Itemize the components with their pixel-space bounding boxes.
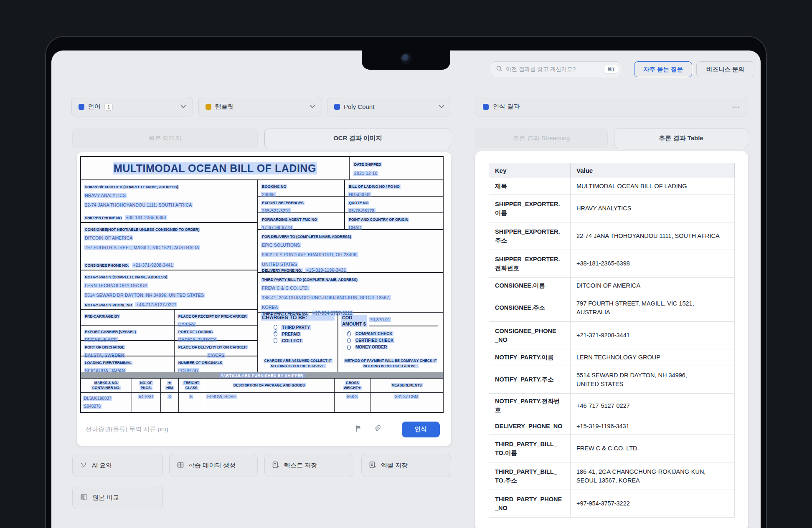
doc-col-header: MEASUREMENTS bbox=[391, 383, 423, 387]
doc-particulars-bar: PARTICULARS FURNISHED BY SHIPPER bbox=[81, 372, 443, 378]
doc-field-label: BILL OF LADING NO / PO NO bbox=[348, 184, 401, 189]
save-excel-button[interactable]: 엑셀 저장 bbox=[361, 454, 451, 477]
training-data-label: 학습 데이터 생성 bbox=[188, 462, 236, 470]
result-table-header-row: Key Value bbox=[489, 163, 735, 178]
text-download-icon bbox=[272, 461, 279, 470]
tab-inference-streaming[interactable]: 추론 결과 Streaming bbox=[475, 129, 608, 148]
doc-field-label: BOOKING NO bbox=[261, 184, 287, 189]
doc-field-value: UNITED STATES bbox=[261, 262, 298, 267]
value-cell: 5514 SEWARD DR DAYTON, NH 34996, UNITED … bbox=[571, 366, 735, 394]
doc-forwarding-row: FORWARDING AGENT FMC NO17-67-99-9778 POI… bbox=[258, 213, 443, 230]
template-label: 탬플릿 bbox=[215, 103, 234, 111]
doc-option: PREPAID bbox=[274, 331, 335, 336]
radio-icon bbox=[274, 338, 277, 343]
compare-original-button[interactable]: 원본 비교 bbox=[72, 486, 163, 509]
doc-cell: 381.37 CBM bbox=[394, 394, 419, 399]
business-contact-button[interactable]: 비즈니스 문의 bbox=[696, 61, 754, 77]
doc-field-value: 797 FOURTH STREET, MAGILL, VIC 1521, AUS… bbox=[84, 245, 200, 250]
poly-count-label: Poly Count bbox=[344, 103, 374, 110]
chevron-down-icon bbox=[181, 105, 186, 109]
document-preview[interactable]: MULTIMODAL OCEAN BILL OF LADING DATE SHI… bbox=[80, 156, 444, 413]
device-bezel: 이전 결과를 찾고 계신가요? ⌘T 자주 묻는 질문 비즈니스 문의 언어 1… bbox=[45, 36, 767, 528]
recognize-button[interactable]: 인식 bbox=[402, 422, 440, 437]
doc-particulars-text: PARTICULARS FURNISHED BY SHIPPER bbox=[219, 373, 305, 378]
doc-field-value: KOREA bbox=[261, 305, 279, 310]
compare-book-icon bbox=[80, 494, 88, 502]
value-cell: 797 FOURTH STREET, MAGILL, VIC 1521, AUS… bbox=[571, 294, 735, 322]
payment-options: COMPANY CHECKCERTIFIED CHECKMONEY ORDER bbox=[347, 331, 440, 350]
doc-goods-header-row: MARKS & NO. CONTAINER NO.NO. OF PKGS.★ H… bbox=[81, 379, 443, 393]
doc-field-label: PORT OF LOADING bbox=[178, 330, 214, 334]
save-text-button[interactable]: 텍스트 저장 bbox=[264, 454, 353, 477]
doc-field-label: PORT OF DISCHARGE bbox=[84, 345, 125, 349]
key-cell: SHIPPER_EXPORTER. 전화번호 bbox=[489, 250, 571, 278]
tab-ocr-result-image[interactable]: OCR 결과 이미지 bbox=[264, 129, 451, 148]
tab-original-image[interactable]: 원본 이미지 bbox=[72, 129, 258, 148]
language-dropdown[interactable]: 언어 1 bbox=[71, 97, 193, 116]
key-cell: THIRD_PARTY_BILL_ TO.주소 bbox=[489, 462, 571, 490]
doc-charges-note: CHARGES ARE ASSUMED COLLECT IF NOTHING I… bbox=[264, 359, 332, 368]
doc-title-row: MULTIMODAL OCEAN BILL OF LADING DATE SHI… bbox=[81, 157, 443, 180]
doc-title: MULTIMODAL OCEAN BILL OF LADING bbox=[113, 162, 317, 174]
value-cell: 186-41, 2GA CHANGCHUNG-ROKIJANG-KUN, SEO… bbox=[571, 462, 735, 490]
key-cell: NOTIFY_PARTY.이름 bbox=[489, 349, 571, 366]
doc-third-party-box: THIRD PARTY BILL TO (COMPLETE NAME, ADDR… bbox=[258, 273, 443, 313]
faq-button[interactable]: 자주 묻는 질문 bbox=[634, 61, 692, 77]
doc-option-label: CERTIFIED CHECK bbox=[355, 338, 394, 343]
table-row: NOTIFY_PARTY.전화번호+46-717-5127-0227 bbox=[489, 394, 735, 418]
doc-booking-row: BOOKING NO29965 BILL OF LADING NO / PO N… bbox=[258, 180, 443, 197]
attachment-icon[interactable] bbox=[373, 424, 381, 434]
doc-field-label: CONSIGNEE(NOT NEOTIABLE UNLESS CONSIGNED… bbox=[84, 227, 200, 232]
doc-field-label: DELIVERY PHONE NO. bbox=[261, 268, 303, 273]
doc-col-header: MARKS & NO. CONTAINER NO. bbox=[91, 381, 121, 389]
doc-field-value: +15-319-1196-3431 bbox=[305, 268, 347, 273]
save-excel-label: 엑셀 저장 bbox=[381, 462, 408, 470]
save-text-label: 텍스트 저장 bbox=[284, 462, 317, 470]
key-cell: CONSIGNEE.주소 bbox=[489, 294, 571, 322]
radio-icon bbox=[347, 338, 351, 343]
doc-option: THIRD PARTY bbox=[274, 325, 335, 330]
key-cell: THIRD_PARTY_PHONE _NO bbox=[489, 490, 571, 518]
table-row: CONSIGNEE.주소797 FOURTH STREET, MAGILL, V… bbox=[489, 294, 735, 322]
doc-field-label: NOTIFY PARTY PHONE NO bbox=[84, 303, 133, 307]
value-cell: HRAVY ANALYTICS bbox=[571, 195, 735, 222]
doc-col-header: FREIGHT CLASS bbox=[183, 381, 200, 389]
doc-col-header: DESCRIPTION OF PACKAGE AND GOODS bbox=[233, 383, 306, 387]
training-data-button[interactable]: 학습 데이터 생성 bbox=[169, 454, 258, 477]
poly-count-dropdown[interactable]: Poly Count bbox=[327, 97, 451, 116]
value-cell: +46-717-5127-0227 bbox=[571, 394, 735, 418]
flag-icon[interactable] bbox=[355, 425, 362, 434]
result-table: Key Value 제목MULTIMODAL OCEAN BILL OF LAD… bbox=[489, 163, 735, 518]
value-cell: LERN TECHNOLOGY GROUP bbox=[571, 349, 735, 366]
ai-summary-button[interactable]: AI 요약 bbox=[72, 454, 163, 477]
compare-original-label: 원본 비교 bbox=[92, 494, 119, 502]
table-row: DELIVERY_PHONE_NO+15-319-1196-3431 bbox=[489, 418, 735, 435]
doc-field-value: EPIC SOLUTIONS bbox=[261, 243, 301, 248]
doc-field-value: 17-67-99-9778 bbox=[261, 225, 293, 230]
chevron-down-icon bbox=[439, 105, 444, 109]
app-screen: 이전 결과를 찾고 계신가요? ⌘T 자주 묻는 질문 비즈니스 문의 언어 1… bbox=[51, 51, 761, 528]
radio-checked-icon bbox=[274, 331, 277, 336]
doc-consignee-box: CONSIGNEE(NOT NEOTIABLE UNLESS CONSIGNED… bbox=[81, 223, 257, 270]
camera-notch bbox=[362, 51, 450, 70]
doc-field-label: PRE-CARRIAGE BY bbox=[84, 314, 120, 318]
template-dropdown[interactable]: 탬플릿 bbox=[198, 97, 322, 116]
doc-option-label: MONEY ORDER bbox=[355, 345, 388, 349]
key-cell: NOTIFY_PARTY.주소 bbox=[489, 366, 571, 394]
doc-option: COLLECT bbox=[274, 338, 335, 343]
charges-options: THIRD PARTYPREPAIDCOLLECT bbox=[274, 325, 335, 343]
result-icon bbox=[483, 104, 489, 110]
key-cell: NOTIFY_PARTY.전화번호 bbox=[489, 394, 571, 418]
doc-export-ref-row: EXPORT REFERENCES265-522-3291 QUOTE NO05… bbox=[258, 197, 443, 213]
doc-field-label: EXPORT CARRIER (VESSEL) bbox=[84, 330, 137, 334]
doc-cell: DLSU6190037 S048276 bbox=[83, 396, 112, 409]
doc-field-value: LERN TECHNOLOGY GROUP bbox=[84, 283, 148, 288]
tab-inference-table[interactable]: 추론 결과 Table bbox=[614, 129, 748, 148]
doc-precarriage-row: PRE-CARRIAGE BY PLACE OF RECEIPT BY PRE-… bbox=[81, 310, 257, 326]
key-cell: CONSIGNEE_PHONE _NO bbox=[489, 322, 571, 349]
doc-cell: ELBOW, HOSE bbox=[206, 394, 237, 399]
search-input[interactable]: 이전 결과를 찾고 계신가요? ⌘T bbox=[491, 61, 621, 77]
more-options-icon[interactable]: ⋯ bbox=[732, 103, 740, 111]
doc-cell: 85KG bbox=[346, 394, 359, 399]
doc-field-value: 22-74 JANA THOHOYANDOU 1111, SOUTH AFRIC… bbox=[84, 202, 193, 207]
